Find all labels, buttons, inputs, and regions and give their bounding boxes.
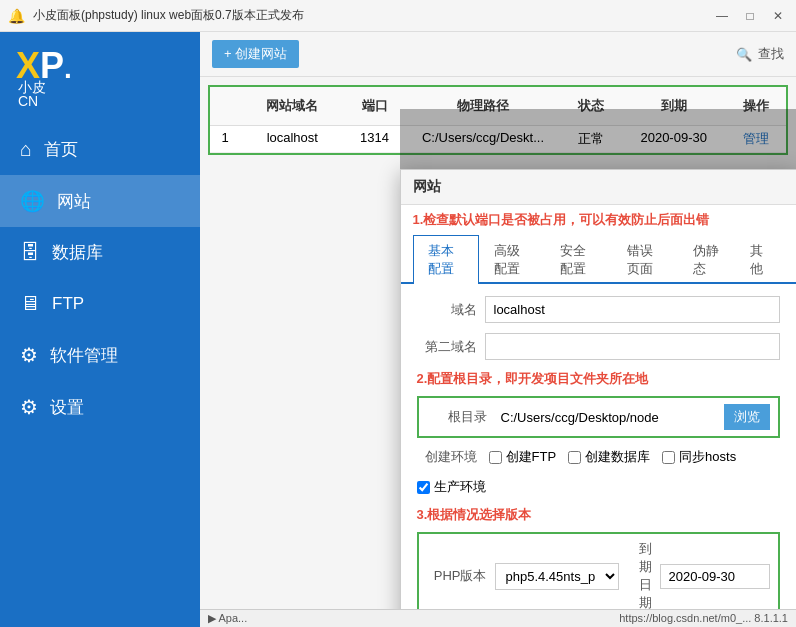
- env-row: 创建环境 创建FTP 创建数据库 同步hosts: [417, 448, 780, 496]
- main-layout: XP . 小皮CN ⌂ 首页 🌐 网站 🗄 数据库 🖥 FTP: [0, 32, 796, 627]
- sidebar-item-settings-label: 设置: [50, 396, 84, 419]
- hint3: 3.根据情况选择版本: [417, 506, 780, 524]
- content-wrapper: 网站域名 端口 物理路径 状态 到期 操作 1 localhost 1314 C…: [200, 77, 796, 609]
- sidebar-item-ftp[interactable]: 🖥 FTP: [0, 278, 200, 329]
- create-ftp-text: 创建FTP: [506, 448, 557, 466]
- website-config-modal: 网站 1.检查默认端口是否被占用，可以有效防止后面出错 基本配置 高级配置 安全…: [400, 169, 797, 609]
- php-label: PHP版本: [427, 567, 487, 585]
- create-db-checkbox[interactable]: [568, 451, 581, 464]
- status-left: ▶ Apa...: [208, 612, 247, 625]
- status-bar: ▶ Apa... https://blog.csdn.net/m0_... 8.…: [200, 609, 796, 627]
- domain-label: 域名: [417, 301, 477, 319]
- tab-other[interactable]: 其他: [735, 235, 783, 284]
- col-port: 端口: [345, 93, 405, 119]
- prod-env-checkbox[interactable]: [417, 481, 430, 494]
- domain-row: 域名: [417, 296, 780, 323]
- search-area: 🔍 查找: [736, 45, 784, 63]
- tab-rewrite[interactable]: 伪静态: [678, 235, 735, 284]
- sidebar-item-website-label: 网站: [57, 190, 91, 213]
- expire-label: 到期日期: [639, 540, 652, 609]
- sidebar-item-ftp-label: FTP: [52, 294, 84, 314]
- prod-env-label[interactable]: 生产环境: [417, 478, 486, 496]
- sidebar-item-software-label: 软件管理: [50, 344, 118, 367]
- hint2: 2.配置根目录，即开发项目文件夹所在地: [417, 370, 780, 388]
- website-icon: 🌐: [20, 189, 45, 213]
- row-port: 1314: [345, 126, 405, 152]
- tab-advanced[interactable]: 高级配置: [479, 235, 545, 284]
- content-area: + 创建网站 🔍 查找 网站域名 端口 物理路径 状态 到期 操作 1: [200, 32, 796, 627]
- php-version-row: PHP版本 php5.4.45nts_p 到期日期: [417, 532, 780, 609]
- subdomain-row: 第二域名: [417, 333, 780, 360]
- ftp-icon: 🖥: [20, 292, 40, 315]
- search-label: 查找: [758, 45, 784, 63]
- sidebar-item-home[interactable]: ⌂ 首页: [0, 124, 200, 175]
- root-dir-row: 根目录 浏览: [417, 396, 780, 438]
- sync-hosts-label[interactable]: 同步hosts: [662, 448, 736, 466]
- row-domain: localhost: [240, 126, 345, 152]
- sidebar: XP . 小皮CN ⌂ 首页 🌐 网站 🗄 数据库 🖥 FTP: [0, 32, 200, 627]
- root-input[interactable]: [495, 407, 716, 428]
- row-num: 1: [210, 126, 240, 152]
- sidebar-item-home-label: 首页: [44, 138, 78, 161]
- tab-security[interactable]: 安全配置: [545, 235, 611, 284]
- php-select[interactable]: php5.4.45nts_p: [495, 563, 619, 590]
- sync-hosts-text: 同步hosts: [679, 448, 736, 466]
- col-domain: 网站域名: [240, 93, 345, 119]
- create-db-label[interactable]: 创建数据库: [568, 448, 650, 466]
- col-num: [210, 93, 240, 119]
- sidebar-item-software[interactable]: ⚙ 软件管理: [0, 329, 200, 381]
- toolbar: + 创建网站 🔍 查找: [200, 32, 796, 77]
- subdomain-input[interactable]: [485, 333, 780, 360]
- notification-icon: 🔔: [8, 8, 25, 24]
- root-label: 根目录: [427, 408, 487, 426]
- software-icon: ⚙: [20, 343, 38, 367]
- modal-tabs: 基本配置 高级配置 安全配置 错误页面 伪静态 其他: [401, 235, 796, 284]
- sidebar-item-database[interactable]: 🗄 数据库: [0, 227, 200, 278]
- status-right: https://blog.csdn.net/m0_... 8.1.1.1: [619, 612, 788, 625]
- modal-title-bar: 网站: [401, 170, 796, 205]
- database-icon: 🗄: [20, 241, 40, 264]
- create-ftp-label[interactable]: 创建FTP: [489, 448, 557, 466]
- titlebar: 🔔 小皮面板(phpstudy) linux web面板0.7版本正式发布 — …: [0, 0, 796, 32]
- sidebar-item-database-label: 数据库: [52, 241, 103, 264]
- search-icon: 🔍: [736, 47, 752, 62]
- modal-body: 域名 第二域名 2.配置根目录，即开发项目文件夹所在地 根目录: [401, 284, 796, 609]
- titlebar-title: 小皮面板(phpstudy) linux web面板0.7版本正式发布: [33, 7, 712, 24]
- tab-error-page[interactable]: 错误页面: [612, 235, 678, 284]
- tab-basic[interactable]: 基本配置: [413, 235, 479, 284]
- browse-button[interactable]: 浏览: [724, 404, 770, 430]
- modal-title: 网站: [413, 178, 441, 196]
- subdomain-label: 第二域名: [417, 338, 477, 356]
- domain-input[interactable]: [485, 296, 780, 323]
- sync-hosts-checkbox[interactable]: [662, 451, 675, 464]
- env-label: 创建环境: [417, 448, 477, 466]
- create-website-button[interactable]: + 创建网站: [212, 40, 299, 68]
- settings-icon: ⚙: [20, 395, 38, 419]
- sidebar-item-website[interactable]: 🌐 网站: [0, 175, 200, 227]
- modal-overlay: 网站 1.检查默认端口是否被占用，可以有效防止后面出错 基本配置 高级配置 安全…: [400, 109, 796, 609]
- modal-subtitle: 1.检查默认端口是否被占用，可以有效防止后面出错: [401, 205, 796, 235]
- sidebar-item-settings[interactable]: ⚙ 设置: [0, 381, 200, 433]
- titlebar-controls: — □ ✕: [712, 6, 788, 26]
- close-button[interactable]: ✕: [768, 6, 788, 26]
- minimize-button[interactable]: —: [712, 6, 732, 26]
- home-icon: ⌂: [20, 138, 32, 161]
- maximize-button[interactable]: □: [740, 6, 760, 26]
- sidebar-logo: XP . 小皮CN: [0, 32, 200, 124]
- create-db-text: 创建数据库: [585, 448, 650, 466]
- prod-env-text: 生产环境: [434, 478, 486, 496]
- modal-subtitle-text: 1.检查默认端口是否被占用，可以有效防止后面出错: [413, 212, 710, 227]
- create-ftp-checkbox[interactable]: [489, 451, 502, 464]
- expire-input[interactable]: [660, 564, 770, 589]
- sidebar-nav: ⌂ 首页 🌐 网站 🗄 数据库 🖥 FTP ⚙ 软件管理 ⚙ 设置: [0, 124, 200, 627]
